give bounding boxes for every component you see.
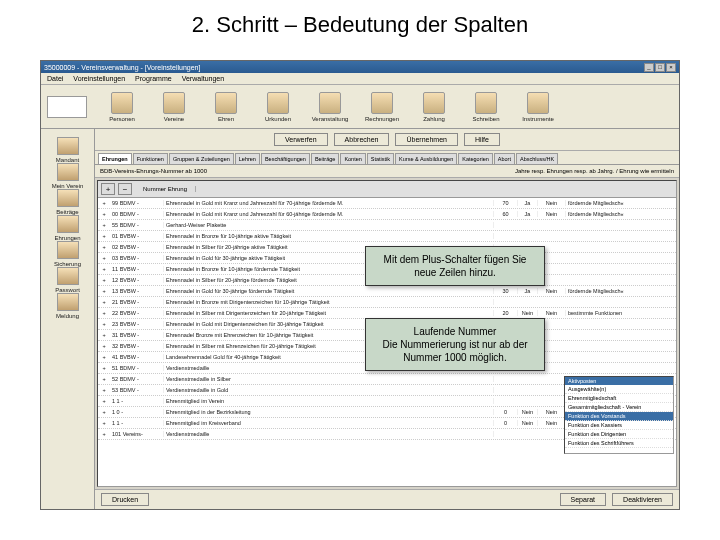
expand-icon[interactable]: + (98, 420, 110, 426)
tab[interactable]: Statistik (367, 153, 394, 164)
expand-icon[interactable]: + (98, 222, 110, 228)
apply-button[interactable]: Übernehmen (395, 133, 457, 146)
expand-icon[interactable]: + (98, 431, 110, 437)
cell-num: 41 BVBW - (110, 354, 164, 360)
window-title: 35000009 - Vereinsverwaltung - [Voreinst… (44, 64, 200, 71)
expand-icon[interactable]: + (98, 332, 110, 338)
sidebar-item[interactable]: Beiträge (45, 189, 90, 215)
list-item[interactable]: Funktion des Kassiers (565, 421, 673, 430)
menu-item[interactable]: Datei (47, 75, 63, 82)
cell-num: 101 Vereins- (110, 431, 164, 437)
expand-icon[interactable]: + (98, 387, 110, 393)
cell-type: bestimmte Funktionen (566, 310, 676, 316)
table-row[interactable]: +21 BVBW -Ehrennadel in Bronze mit Dirig… (98, 297, 676, 308)
help-button[interactable]: Hilfe (464, 133, 500, 146)
toolbar-button[interactable]: Instrumente (513, 92, 563, 122)
list-item[interactable]: Funktion des Dirigenten (565, 430, 673, 439)
print-button[interactable]: Drucken (101, 493, 149, 506)
expand-icon[interactable]: + (98, 409, 110, 415)
cell-years: 20 (494, 310, 518, 316)
toolbar-icon (267, 92, 289, 114)
toolbar-button[interactable]: Personen (97, 92, 147, 122)
slide-title: 2. Schritt – Bedeutung der Spalten (0, 0, 720, 48)
cell-years: 70 (494, 200, 518, 206)
tabbar: EhrungenFunktionenGruppen & ZuteilungenL… (95, 151, 679, 165)
expand-icon[interactable]: + (98, 233, 110, 239)
toolbar-button[interactable]: Rechnungen (357, 92, 407, 122)
cell-num: 12 BVBW - (110, 277, 164, 283)
toolbar-button[interactable]: Ehren (201, 92, 251, 122)
expand-icon[interactable]: + (98, 288, 110, 294)
list-item[interactable]: Ehrenmitgliedschaft (565, 394, 673, 403)
cell-num: 13 BVBW - (110, 288, 164, 294)
remove-row-button[interactable]: − (118, 183, 132, 195)
separate-button[interactable]: Separat (560, 493, 607, 506)
list-item[interactable]: Ausgewählte(n) (565, 385, 673, 394)
tab[interactable]: Abort (494, 153, 515, 164)
sidebar-item[interactable]: Sicherung (45, 241, 90, 267)
cell-desc: Gerhard-Weiser Plakette (164, 222, 494, 228)
sidebar-icon (57, 189, 79, 207)
maximize-button[interactable]: □ (655, 63, 665, 72)
expand-icon[interactable]: + (98, 277, 110, 283)
tab[interactable]: Kurse & Ausbildungen (395, 153, 457, 164)
list-item[interactable]: Funktion des Vorstands (565, 412, 673, 421)
minimize-button[interactable]: _ (644, 63, 654, 72)
table-row[interactable]: +00 BDMV -Ehrennadel in Gold mit Kranz u… (98, 209, 676, 220)
expand-icon[interactable]: + (98, 255, 110, 261)
expand-icon[interactable]: + (98, 365, 110, 371)
sidebar-item[interactable]: Meldung (45, 293, 90, 319)
expand-icon[interactable]: + (98, 376, 110, 382)
add-row-button[interactable]: + (101, 183, 115, 195)
table-row[interactable]: +13 BVBW -Ehrennadel in Gold für 30-jähr… (98, 286, 676, 297)
toolbar-button[interactable]: Vereine (149, 92, 199, 122)
toolbar-button[interactable]: Schreiben (461, 92, 511, 122)
expand-icon[interactable]: + (98, 398, 110, 404)
expand-icon[interactable]: + (98, 310, 110, 316)
expand-icon[interactable]: + (98, 354, 110, 360)
deactivate-button[interactable]: Deaktivieren (612, 493, 673, 506)
tab[interactable]: Beschäftigungen (261, 153, 310, 164)
cell-type: fördernde Mitgliedsch« (566, 200, 676, 206)
list-item[interactable]: Gesamtmitgliedschaft - Verein (565, 403, 673, 412)
expand-icon[interactable]: + (98, 266, 110, 272)
sidebar-item[interactable]: Mandant (45, 137, 90, 163)
table-row[interactable]: +55 BDMV -Gerhard-Weiser Plakette (98, 220, 676, 231)
tab[interactable]: Funktionen (133, 153, 168, 164)
tab[interactable]: Beiträge (311, 153, 340, 164)
menu-item[interactable]: Programme (135, 75, 172, 82)
sidebar-item[interactable]: Mein Verein (45, 163, 90, 189)
toolbar-button[interactable]: Urkunden (253, 92, 303, 122)
menubar: Datei Voreinstellungen Programme Verwalt… (41, 73, 679, 85)
cancel-button[interactable]: Abbrechen (334, 133, 390, 146)
list-item[interactable]: Funktion des Schriftführers (565, 439, 673, 448)
tab[interactable]: Kategorien (458, 153, 493, 164)
cell-num: 11 BVBW - (110, 266, 164, 272)
cell-desc: Ehrennadel in Bronze für 10-jährige akti… (164, 233, 494, 239)
tab[interactable]: Lehren (235, 153, 260, 164)
cell-num: 23 BVBW - (110, 321, 164, 327)
table-row[interactable]: +99 BDMV -Ehrennadel in Gold mit Kranz u… (98, 198, 676, 209)
expand-icon[interactable]: + (98, 321, 110, 327)
cell-years: 0 (494, 420, 518, 426)
sidebar-item[interactable]: Ehrungen (45, 215, 90, 241)
expand-icon[interactable]: + (98, 299, 110, 305)
menu-item[interactable]: Verwaltungen (182, 75, 224, 82)
close-button[interactable]: × (666, 63, 676, 72)
discard-button[interactable]: Verwerfen (274, 133, 328, 146)
tab[interactable]: Abschluss/HK (516, 153, 558, 164)
tab[interactable]: Konten (340, 153, 365, 164)
tab[interactable]: Gruppen & Zuteilungen (169, 153, 234, 164)
expand-icon[interactable]: + (98, 211, 110, 217)
toolbar-button[interactable]: Zahlung (409, 92, 459, 122)
table-row[interactable]: +01 BVBW -Ehrennadel in Bronze für 10-jä… (98, 231, 676, 242)
expand-icon[interactable]: + (98, 244, 110, 250)
toolbar-button[interactable]: Veranstaltung (305, 92, 355, 122)
expand-icon[interactable]: + (98, 343, 110, 349)
tab[interactable]: Ehrungen (98, 153, 132, 164)
menu-item[interactable]: Voreinstellungen (73, 75, 125, 82)
sidebar-item[interactable]: Passwort (45, 267, 90, 293)
expand-icon[interactable]: + (98, 200, 110, 206)
cell-nein: Nein (538, 211, 566, 217)
cell-desc: Ehrennadel in Gold mit Kranz und Jahresz… (164, 211, 494, 217)
